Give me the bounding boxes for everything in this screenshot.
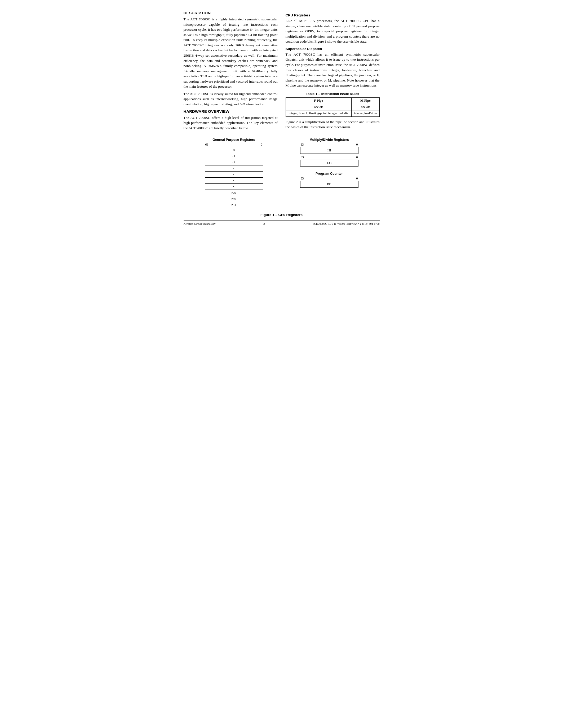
footer: Aeroflex Circuit Technology 2 SCD7000SC …: [183, 221, 380, 225]
gpr-reg-r31: r31: [205, 202, 263, 208]
cpu-registers-title: CPU Registers: [286, 13, 380, 17]
diagram-section: General Purpose Registers 63 0 0 r1 r2 •…: [183, 138, 380, 208]
lo-register-label: LO: [327, 161, 332, 165]
md-title: Multiply/Divide Registers: [300, 138, 359, 142]
description-para1: The ACT 7000SC is a highly integrated sy…: [183, 17, 277, 89]
lo-range-right: 0: [356, 155, 358, 159]
right-column: CPU Registers Like all MIPS ISA processo…: [286, 11, 380, 133]
gpr-range-left: 63: [205, 143, 208, 147]
cpu-registers-para1: Like all MIPS ISA processors, the ACT 70…: [286, 18, 380, 44]
lo-range-left: 63: [301, 155, 304, 159]
table-col2-header: M Pipe: [351, 97, 380, 104]
footer-center: 2: [263, 222, 265, 225]
pc-diagram: Program Counter 63 0 PC: [300, 172, 359, 188]
gpr-reg-dot1: •: [205, 165, 263, 171]
sd-function-italic: function: [359, 73, 371, 77]
figure-note: Figure 2 is a simplification of the pipe…: [286, 119, 380, 130]
pc-register-label: PC: [327, 182, 332, 186]
footer-left: Aeroflex Circuit Technology: [183, 222, 216, 225]
gpr-reg-0: 0: [205, 147, 263, 153]
gpr-range-right: 0: [261, 143, 262, 147]
page: DESCRIPTION The ACT 7000SC is a highly i…: [183, 11, 380, 225]
hardware-overview-para1: The ACT 7000SC offers a high-level of in…: [183, 115, 277, 131]
figure-caption: Figure 1 – CP0 Registers: [183, 213, 380, 217]
gpr-register-list: 0 r1 r2 • • • • r29 r30 r31: [205, 147, 263, 208]
table-title: Table 1 – Instruction Issue Rules: [286, 92, 380, 96]
right-diagrams: Multiply/Divide Registers 63 0 HI 63 0 L…: [300, 138, 359, 188]
description-para2: The ACT 7000SC is ideally suited for hig…: [183, 91, 277, 107]
pc-range-left: 63: [301, 177, 304, 181]
hardware-overview-title: HARDWARE OVERVIEW: [183, 109, 277, 114]
gpr-reg-r29: r29: [205, 190, 263, 196]
gpr-reg-r2: r2: [205, 159, 263, 165]
left-column: DESCRIPTION The ACT 7000SC is a highly i…: [183, 11, 277, 133]
gpr-reg-dot3: •: [205, 177, 263, 183]
table-row1-col1: one of:: [286, 104, 351, 110]
lo-range: 63 0: [300, 155, 359, 159]
table-row2-col1: integer, branch, floating-point, integer…: [286, 110, 351, 116]
superscalar-dispatch-title: Superscalar Dispatch: [286, 47, 380, 51]
pc-register-box: PC: [300, 181, 359, 188]
table-row1-col2: one of:: [351, 104, 380, 110]
pc-title: Program Counter: [300, 172, 359, 176]
gpr-title: General Purpose Registers: [212, 138, 255, 142]
table-row-1: one of: one of:: [286, 104, 380, 110]
table-row-2: integer, branch, floating-point, integer…: [286, 110, 380, 116]
instruction-issue-table: F Pipe M Pipe one of: one of: integer, b…: [286, 97, 380, 117]
pc-range-right: 0: [356, 177, 358, 181]
hi-range: 63 0: [300, 143, 359, 147]
table-col1-header: F Pipe: [286, 97, 351, 104]
gpr-reg-r30: r30: [205, 196, 263, 202]
gpr-diagram: General Purpose Registers 63 0 0 r1 r2 •…: [205, 138, 263, 208]
gpr-range: 63 0: [205, 143, 263, 147]
md-diagram: Multiply/Divide Registers 63 0 HI 63 0 L…: [300, 138, 359, 167]
main-content: DESCRIPTION The ACT 7000SC is a highly i…: [183, 11, 380, 133]
table-row2-col2: integer, load/store: [351, 110, 380, 116]
superscalar-dispatch-para1: The ACT 7000SC has an efficient symmetri…: [286, 52, 380, 88]
description-title: DESCRIPTION: [183, 11, 277, 15]
hi-register-label: HI: [328, 148, 331, 152]
pc-range: 63 0: [300, 177, 359, 181]
hi-register-box: HI: [300, 147, 359, 154]
sd-memory-italic: memory: [310, 78, 322, 82]
hi-range-left: 63: [301, 143, 304, 147]
lo-register-box: LO: [300, 160, 359, 167]
gpr-reg-dot4: •: [205, 183, 263, 190]
gpr-reg-r1: r1: [205, 153, 263, 159]
gpr-reg-dot2: •: [205, 171, 263, 177]
footer-right: SCD7000SC REV B 7/30/01 Plainview NY (51…: [313, 222, 380, 225]
hi-range-right: 0: [356, 143, 358, 147]
